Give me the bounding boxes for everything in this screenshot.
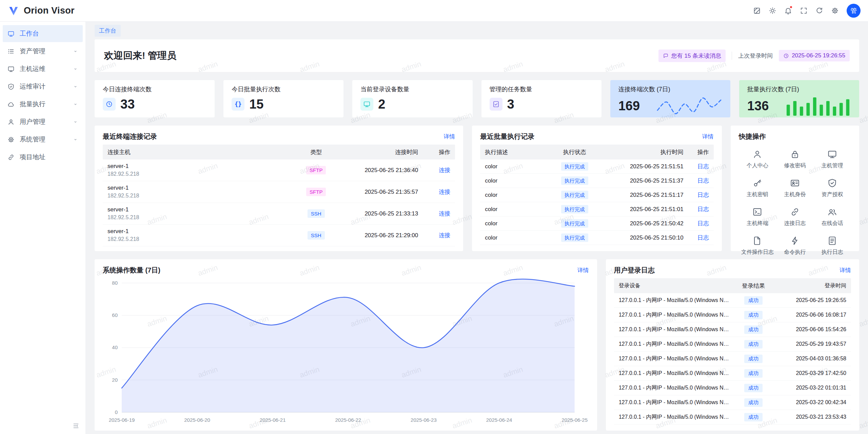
log-link[interactable]: 日志 bbox=[697, 177, 709, 184]
sidebar-item-ops-audit[interactable]: 运维审计 bbox=[3, 78, 83, 95]
detail-link[interactable]: 详情 bbox=[443, 133, 455, 140]
login-time: 2025-03-29 17:42:50 bbox=[772, 370, 851, 376]
stat-value: 33 bbox=[120, 98, 135, 111]
sidebar-item-system-management[interactable]: 系统管理 bbox=[3, 131, 83, 148]
svg-text:2025-06-25: 2025-06-25 bbox=[561, 417, 588, 423]
log-link[interactable]: 日志 bbox=[697, 234, 709, 241]
table-row: server-1182.92.5.218 SSH 2025-06-25 21:2… bbox=[103, 225, 455, 246]
ops-chart-card: 系统操作数量 (7日) 详情 0204060802025-06-192025-0… bbox=[95, 259, 597, 431]
sidebar-item-host-ops[interactable]: 主机运维 bbox=[3, 60, 83, 77]
sidebar-item-batch-execution[interactable]: 批量执行 bbox=[3, 96, 83, 113]
status-badge: 执行完成 bbox=[561, 233, 588, 242]
breadcrumb-item-workbench[interactable]: 工作台 bbox=[95, 25, 121, 37]
gear-icon[interactable] bbox=[828, 4, 842, 18]
bell-icon[interactable] bbox=[781, 4, 795, 18]
welcome-meta: 您有 15 条未读消息 上次登录时间 2025-06-25 19:26:55 bbox=[658, 50, 850, 62]
sidebar-item-user-management[interactable]: 用户管理 bbox=[3, 113, 83, 130]
stat-label: 当前登录设备数量 bbox=[360, 85, 464, 93]
divider bbox=[732, 52, 732, 60]
exec-time: 2025-06-25 21:50:10 bbox=[604, 234, 688, 241]
exec-time: 2025-06-25 21:51:51 bbox=[604, 163, 688, 170]
clock-icon bbox=[783, 53, 789, 59]
chevron-down-icon bbox=[73, 102, 78, 107]
quick-action-asset-authorization[interactable]: 资产授权 bbox=[814, 178, 851, 198]
spark-line-chart bbox=[656, 96, 722, 116]
fullscreen-icon[interactable] bbox=[796, 4, 811, 18]
sun-icon[interactable] bbox=[765, 4, 780, 18]
login-device: 127.0.0.1 - 内网IP - Mozilla/5.0 (Windows … bbox=[614, 414, 734, 421]
quick-action-host-terminal[interactable]: 主机终端 bbox=[739, 207, 776, 227]
svg-text:80: 80 bbox=[112, 280, 118, 286]
protocol-tag: SFTP bbox=[306, 166, 326, 175]
sidebar-item-project-url[interactable]: 项目地址 bbox=[3, 149, 83, 166]
log-link[interactable]: 日志 bbox=[697, 192, 709, 198]
detail-link[interactable]: 详情 bbox=[577, 266, 589, 274]
protocol-tag: SSH bbox=[308, 209, 325, 218]
stats-row: 今日连接终端次数 33 今日批量执行次数 {}15 当前登录设备数量 2 管理的… bbox=[95, 80, 859, 117]
stat-value: 136 bbox=[747, 99, 769, 112]
quick-action-host-identity[interactable]: 主机身份 bbox=[776, 178, 813, 198]
detail-link[interactable]: 详情 bbox=[702, 133, 714, 140]
column-header: 执行时间 bbox=[604, 148, 688, 156]
column-header: 执行描述 bbox=[480, 148, 546, 156]
theme-icon[interactable] bbox=[750, 4, 764, 18]
table-row: server-1182.92.5.218 SFTP 2025-06-25 21:… bbox=[103, 159, 455, 181]
quick-action-host-key[interactable]: 主机密钥 bbox=[739, 178, 776, 198]
log-link[interactable]: 日志 bbox=[697, 163, 709, 170]
quick-action-change-password[interactable]: 修改密码 bbox=[776, 149, 813, 169]
quick-action-host-management[interactable]: 主机管理 bbox=[814, 149, 851, 169]
avatar[interactable]: 管 bbox=[847, 4, 861, 18]
card-title: 快捷操作 bbox=[739, 132, 766, 141]
notification-dot bbox=[789, 5, 793, 9]
column-header: 登录设备 bbox=[614, 282, 734, 289]
stat-label: 连接终端次数 (7日) bbox=[618, 85, 722, 93]
detail-link[interactable]: 详情 bbox=[840, 266, 851, 274]
spark-bars-chart bbox=[785, 96, 851, 116]
monitor-icon bbox=[360, 98, 373, 111]
breadcrumb: 工作台 bbox=[95, 22, 859, 39]
quick-action-file-operation-log[interactable]: 文件操作日志 bbox=[739, 236, 776, 256]
monitor-icon bbox=[827, 149, 837, 159]
svg-text:20: 20 bbox=[112, 377, 118, 383]
quick-action-execution-log[interactable]: 执行日志 bbox=[814, 236, 851, 256]
login-table: 登录设备登录结果登录时间 127.0.0.1 - 内网IP - Mozilla/… bbox=[614, 278, 851, 424]
login-device: 127.0.0.1 - 内网IP - Mozilla/5.0 (Windows … bbox=[614, 297, 734, 304]
connect-link[interactable]: 连接 bbox=[439, 232, 450, 239]
table-row: 127.0.0.1 - 内网IP - Mozilla/5.0 (Windows … bbox=[614, 366, 851, 381]
exec-description: color bbox=[480, 177, 546, 184]
table-row: 127.0.0.1 - 内网IP - Mozilla/5.0 (Windows … bbox=[614, 381, 851, 395]
quick-action-connection-log[interactable]: 连接日志 bbox=[776, 207, 813, 227]
unread-messages-badge[interactable]: 您有 15 条未读消息 bbox=[658, 50, 726, 62]
log-link[interactable]: 日志 bbox=[697, 206, 709, 212]
table-row: color 执行完成 2025-06-25 21:51:37 日志 bbox=[480, 174, 714, 188]
cloud-icon bbox=[7, 101, 15, 108]
login-device: 127.0.0.1 - 内网IP - Mozilla/5.0 (Windows … bbox=[614, 370, 734, 377]
watermark: admin bbox=[858, 22, 868, 23]
quick-action-online-session[interactable]: 在线会话 bbox=[814, 207, 851, 227]
table-row: color 执行完成 2025-06-25 21:51:01 日志 bbox=[480, 202, 714, 216]
stat-value: 3 bbox=[507, 98, 514, 111]
svg-text:2025-06-19: 2025-06-19 bbox=[109, 417, 135, 423]
column-header: 执行状态 bbox=[546, 148, 604, 156]
svg-text:2025-06-21: 2025-06-21 bbox=[260, 417, 286, 423]
table-row: 127.0.0.1 - 内网IP - Mozilla/5.0 (Windows … bbox=[614, 337, 851, 352]
connect-link[interactable]: 连接 bbox=[439, 210, 450, 217]
quick-actions-grid: 个人中心 修改密码 主机管理 主机密钥 主机身份 资产授权 主机终端 连接日志 … bbox=[739, 149, 851, 256]
sidebar-item-asset-management[interactable]: 资产管理 bbox=[3, 43, 83, 60]
login-device: 127.0.0.1 - 内网IP - Mozilla/5.0 (Windows … bbox=[614, 399, 734, 406]
refresh-icon[interactable] bbox=[812, 4, 826, 18]
last-login-label: 上次登录时间 bbox=[738, 52, 773, 60]
svg-text:0: 0 bbox=[115, 409, 118, 415]
sidebar-item-workbench[interactable]: 工作台 bbox=[3, 25, 83, 42]
connect-link[interactable]: 连接 bbox=[439, 167, 450, 173]
exec-description: color bbox=[480, 206, 546, 213]
sidebar-collapse-icon[interactable] bbox=[73, 422, 79, 429]
connect-link[interactable]: 连接 bbox=[439, 189, 450, 195]
login-result-badge: 成功 bbox=[744, 369, 763, 378]
table-row: 127.0.0.1 - 内网IP - Mozilla/5.0 (Windows … bbox=[614, 410, 851, 424]
log-link[interactable]: 日志 bbox=[697, 220, 709, 227]
quick-action-command-execution[interactable]: 命令执行 bbox=[776, 236, 813, 256]
task-icon bbox=[490, 98, 502, 111]
watermark: admin bbox=[858, 212, 868, 227]
quick-action-personal-center[interactable]: 个人中心 bbox=[739, 149, 776, 169]
